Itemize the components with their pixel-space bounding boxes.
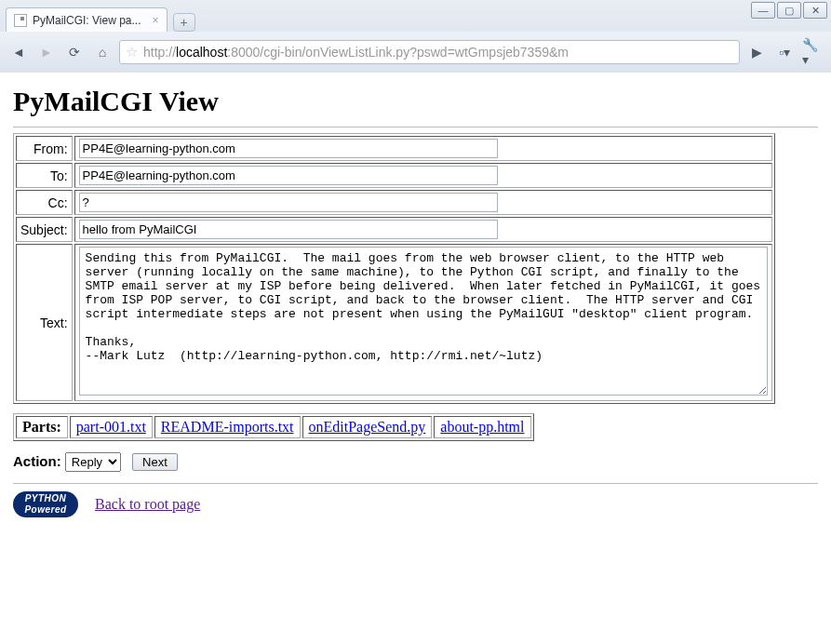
close-window-button[interactable]: ✕ xyxy=(803,2,827,19)
url-prefix: http:// xyxy=(143,45,176,60)
subject-field[interactable] xyxy=(79,220,498,239)
from-label: From: xyxy=(16,136,73,161)
text-label: Text: xyxy=(16,244,73,401)
tab-title: PyMailCGI: View pa... xyxy=(33,14,141,27)
page-title: PyMailCGI View xyxy=(13,86,818,117)
from-field[interactable] xyxy=(79,139,498,158)
back-to-root-link[interactable]: Back to root page xyxy=(95,496,200,513)
cc-label: Cc: xyxy=(16,190,73,215)
part-link[interactable]: README-imports.txt xyxy=(161,419,294,435)
to-field[interactable] xyxy=(79,166,498,185)
page-footer: PYTHON Powered Back to root page xyxy=(13,491,818,517)
headers-table: From: To: Cc: Subject: Text: xyxy=(13,133,775,404)
page-favicon-icon xyxy=(14,14,27,27)
parts-table: Parts: part-001.txtREADME-imports.txtonE… xyxy=(13,413,534,441)
address-bar[interactable]: ☆ http://localhost:8000/cgi-bin/onViewLi… xyxy=(119,40,740,64)
action-row: Action: Reply Next xyxy=(13,452,818,472)
page-content: PyMailCGI View From: To: Cc: Subject: Te… xyxy=(0,73,831,644)
bookmark-star-icon[interactable]: ☆ xyxy=(126,44,138,60)
tab-strip: PyMailCGI: View pa... × + xyxy=(0,0,831,32)
python-powered-badge: PYTHON Powered xyxy=(13,491,78,517)
parts-label: Parts: xyxy=(16,416,68,438)
part-cell: onEditPageSend.py xyxy=(302,416,433,438)
window-controls: — ▢ ✕ xyxy=(751,2,827,19)
badge-line-2: Powered xyxy=(13,504,78,516)
tab-close-icon[interactable]: × xyxy=(152,14,158,27)
part-cell: part-001.txt xyxy=(70,416,153,438)
part-link[interactable]: part-001.txt xyxy=(76,419,146,435)
maximize-button[interactable]: ▢ xyxy=(777,2,801,19)
go-button[interactable]: ▶ xyxy=(745,41,768,63)
url-host: localhost xyxy=(176,45,227,60)
browser-tab[interactable]: PyMailCGI: View pa... × xyxy=(6,7,168,32)
action-select[interactable]: Reply xyxy=(65,452,121,472)
subject-label: Subject: xyxy=(16,217,73,242)
reload-button[interactable]: ⟳ xyxy=(63,41,86,63)
part-link[interactable]: about-pp.html xyxy=(440,419,524,435)
part-cell: README-imports.txt xyxy=(154,416,301,438)
badge-line-1: PYTHON xyxy=(13,493,78,504)
action-label: Action: xyxy=(13,453,61,469)
new-tab-button[interactable]: + xyxy=(173,13,195,32)
page-menu-button[interactable]: ▫▾ xyxy=(773,41,796,63)
back-button[interactable]: ◄ xyxy=(7,41,30,63)
next-button[interactable]: Next xyxy=(132,453,178,471)
browser-chrome: — ▢ ✕ PyMailCGI: View pa... × + ◄ ► ⟳ ⌂ … xyxy=(0,0,831,73)
message-body-textarea[interactable] xyxy=(79,247,768,396)
divider xyxy=(13,483,818,484)
divider xyxy=(13,127,818,127)
cc-field[interactable] xyxy=(79,193,498,212)
part-cell: about-pp.html xyxy=(434,416,530,438)
home-button[interactable]: ⌂ xyxy=(91,41,114,63)
to-label: To: xyxy=(16,163,73,188)
wrench-menu-button[interactable]: 🔧▾ xyxy=(801,41,824,63)
part-link[interactable]: onEditPageSend.py xyxy=(309,419,426,435)
minimize-button[interactable]: — xyxy=(751,2,775,19)
url-path: :8000/cgi-bin/onViewListLink.py?pswd=wtG… xyxy=(227,45,569,60)
forward-button[interactable]: ► xyxy=(35,41,58,63)
browser-toolbar: ◄ ► ⟳ ⌂ ☆ http://localhost:8000/cgi-bin/… xyxy=(0,32,831,73)
